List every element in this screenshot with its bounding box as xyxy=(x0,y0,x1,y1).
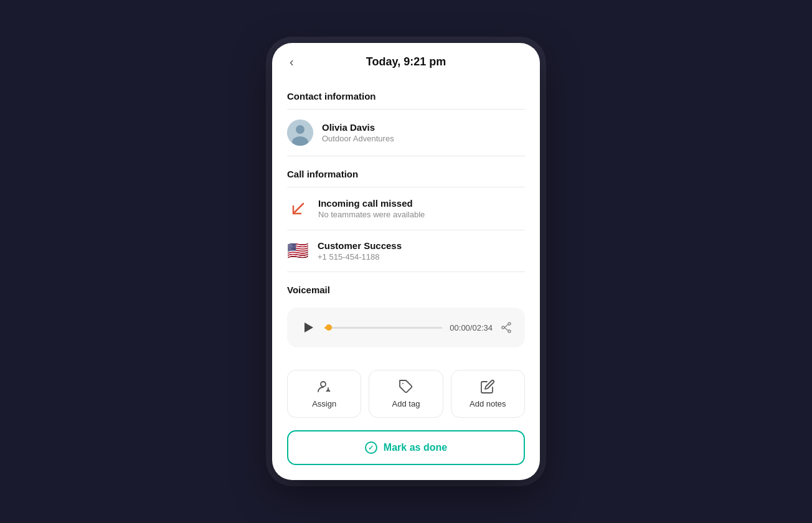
check-circle-icon: ✓ xyxy=(365,441,377,454)
missed-call-title: Incoming call missed xyxy=(318,198,425,209)
content-area: Contact information Olivia Davis Outdoor… xyxy=(272,78,540,430)
share-icon xyxy=(500,321,512,334)
assign-icon xyxy=(317,379,332,394)
add-notes-button[interactable]: Add notes xyxy=(451,370,525,418)
play-triangle-icon xyxy=(304,323,313,332)
phone-frame: ‹ Today, 9:21 pm Contact information Oli… xyxy=(272,43,540,480)
add-tag-button[interactable]: Add tag xyxy=(369,370,443,418)
back-button[interactable]: ‹ xyxy=(285,52,299,72)
add-notes-label: Add notes xyxy=(470,399,506,408)
line-row: 🇺🇸 Customer Success +1 515-454-1188 xyxy=(287,230,525,271)
svg-point-9 xyxy=(321,382,326,387)
us-flag-icon: 🇺🇸 xyxy=(287,242,309,260)
voicemail-label: Voicemail xyxy=(287,272,525,303)
mark-as-done-button[interactable]: ✓ Mark as done xyxy=(287,430,525,465)
svg-line-8 xyxy=(504,327,508,331)
svg-line-13 xyxy=(329,390,330,391)
contact-row: Olivia Davis Outdoor Adventures xyxy=(287,110,525,156)
contact-info: Olivia Davis Outdoor Adventures xyxy=(322,122,394,143)
contact-section-label: Contact information xyxy=(287,78,525,109)
svg-line-7 xyxy=(504,324,508,327)
line-name: Customer Success xyxy=(318,240,402,251)
notes-icon xyxy=(480,379,495,394)
line-number: +1 515-454-1188 xyxy=(318,252,402,262)
add-tag-label: Add tag xyxy=(392,399,420,408)
call-section-label: Call information xyxy=(287,156,525,187)
time-display: 00:00/02:34 xyxy=(450,323,493,332)
voicemail-section: Voicemail 00:00/02:34 xyxy=(287,272,525,365)
mark-done-label: Mark as done xyxy=(384,442,447,453)
avatar-svg xyxy=(287,120,313,146)
missed-call-subtitle: No teammates were available xyxy=(318,210,425,219)
page-title: Today, 9:21 pm xyxy=(366,55,446,68)
svg-line-3 xyxy=(293,204,303,214)
missed-call-details: Incoming call missed No teammates were a… xyxy=(318,198,425,219)
tag-icon xyxy=(399,379,413,394)
contact-avatar xyxy=(287,120,313,146)
line-details: Customer Success +1 515-454-1188 xyxy=(318,240,402,262)
svg-line-12 xyxy=(326,390,328,391)
assign-label: Assign xyxy=(312,399,336,408)
contact-company: Outdoor Adventures xyxy=(322,134,394,143)
header: ‹ Today, 9:21 pm xyxy=(272,43,540,78)
assign-button[interactable]: Assign xyxy=(287,370,361,418)
share-button[interactable] xyxy=(500,321,512,334)
missed-call-icon-wrap xyxy=(287,197,309,220)
contact-name: Olivia Davis xyxy=(322,122,394,133)
missed-call-arrow-icon xyxy=(290,200,307,217)
audio-player: 00:00/02:34 xyxy=(287,308,525,347)
play-button[interactable] xyxy=(300,319,317,336)
progress-track[interactable] xyxy=(324,327,442,329)
action-buttons: Assign Add tag Add notes xyxy=(287,365,525,430)
missed-call-row: Incoming call missed No teammates were a… xyxy=(287,187,525,230)
svg-point-1 xyxy=(296,125,304,134)
progress-dot xyxy=(326,324,332,331)
